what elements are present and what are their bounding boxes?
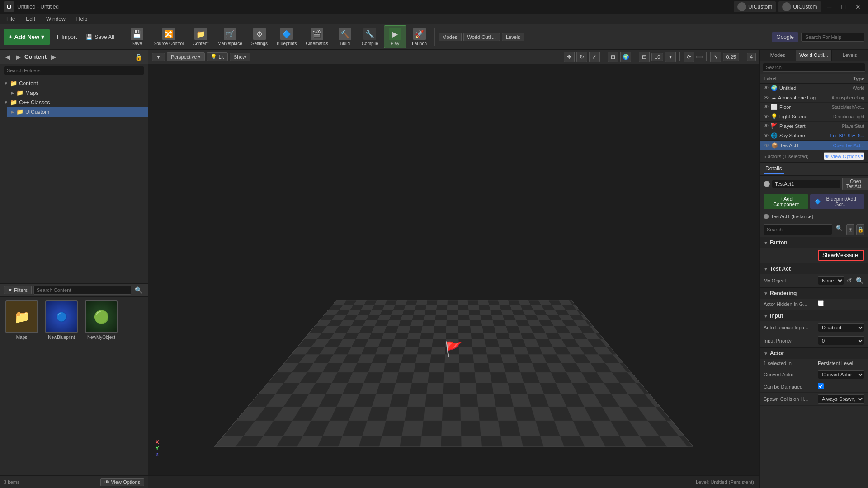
angle-snap-toggle[interactable]: ⟳ [684, 52, 694, 62]
content-item-newblueprint[interactable]: 🔵 NewBlueprint [43, 300, 80, 340]
details-lock-button[interactable]: 🔒 [856, 224, 864, 235]
viewport[interactable]: 🚩 X Y Z [148, 64, 760, 475]
outliner-row-floor[interactable]: 👁 ⬜ Floor StaticMeshAct... [760, 103, 868, 112]
section-button-header[interactable]: ▼ Button [760, 237, 868, 248]
menu-edit[interactable]: Edit [23, 15, 38, 23]
outliner-row-light[interactable]: 👁 💡 Light Source DirectionalLight [760, 112, 868, 122]
section-actor-header[interactable]: ▼ Actor [760, 348, 868, 359]
visibility-icon-floor[interactable]: 👁 [764, 104, 769, 110]
view-options-button-content[interactable]: 👁 View Options [100, 478, 144, 486]
content-lock-button[interactable]: 🔒 [133, 52, 144, 61]
visibility-icon-player[interactable]: 👁 [764, 123, 769, 129]
content-search-input[interactable] [33, 286, 131, 295]
folder-item-maps[interactable]: ▶ 📁 Maps [7, 88, 148, 98]
filters-button[interactable]: ▼ Filters [4, 286, 32, 294]
content-button[interactable]: 📁 Content [189, 26, 212, 48]
tab-modes[interactable]: Modes [760, 50, 796, 61]
outliner-row-testact1[interactable]: 👁 📦 TestAct1 Open TestAct... [760, 141, 868, 150]
visibility-icon-light[interactable]: 👁 [764, 113, 769, 120]
spawn-collision-select[interactable]: Always Spawn, Ignore Collision... [818, 394, 864, 404]
tab-levels[interactable]: Levels [832, 50, 868, 61]
open-testact-outliner-button[interactable]: Open TestAct... [833, 143, 864, 148]
actor-name-input[interactable] [772, 180, 840, 188]
levels-button[interactable]: Levels [502, 33, 524, 41]
folder-item-content[interactable]: ▼ 📁 Content [0, 79, 148, 88]
open-testact-button[interactable]: Open TestAct... [842, 178, 868, 190]
google-button[interactable]: Google [772, 32, 798, 42]
save-toolbar-button[interactable]: 💾 Save [126, 26, 148, 48]
input-priority-select[interactable]: 0 [818, 336, 864, 345]
settings-button[interactable]: ⚙ Settings [248, 26, 271, 48]
modes-button[interactable]: Modes [439, 33, 462, 41]
world-local-toggle[interactable]: 🌍 [620, 52, 631, 62]
source-control-button[interactable]: 🔀 Source Control [150, 26, 188, 48]
outliner-row-untitled[interactable]: 👁 🌍 Untitled World [760, 84, 868, 93]
world-outliner-button[interactable]: World Outli... [463, 33, 500, 41]
visibility-icon-sky[interactable]: 👁 [764, 132, 769, 139]
auto-receive-select[interactable]: Disabled [818, 323, 864, 332]
menu-window[interactable]: Window [43, 15, 68, 23]
marketplace-button[interactable]: 🛒 Marketplace [214, 26, 245, 48]
rotate-tool[interactable]: ↻ [576, 52, 587, 62]
outliner-row-player[interactable]: 👁 🚩 Player Start PlayerStart [760, 122, 868, 131]
outliner-row-atm-fog[interactable]: 👁 ☁ Atmospheric Fog AtmosphericFog [760, 93, 868, 103]
my-object-select[interactable]: None [818, 276, 844, 285]
tab-world-outliner[interactable]: World Outli... [796, 50, 832, 61]
section-test-act-header[interactable]: ▼ Test Act [760, 263, 868, 274]
my-object-browse[interactable]: 🔍 [855, 277, 864, 284]
viewport-options-button[interactable]: ▼ [152, 53, 165, 61]
show-button[interactable]: Show [230, 53, 250, 61]
back-button[interactable]: ◀ [4, 52, 12, 61]
add-component-button[interactable]: + Add Component [764, 194, 808, 209]
details-tab[interactable]: Details [764, 164, 784, 174]
maximize-button[interactable]: □ [838, 2, 849, 11]
blueprints-button[interactable]: 🔷 Blueprints [273, 26, 300, 48]
blueprint-add-script-button[interactable]: 🔷 Blueprint/Add Scr... [810, 194, 864, 209]
scale-tool[interactable]: ⤢ [589, 52, 600, 62]
section-rendering-header[interactable]: ▼ Rendering [760, 288, 868, 299]
showmessage-input[interactable]: ShowMessage [818, 250, 864, 261]
grid-snap-toggle[interactable]: ⊟ [639, 52, 650, 62]
content-expand-button[interactable]: ▶ [49, 52, 58, 61]
compile-button[interactable]: 🔧 Compile [358, 26, 382, 48]
can-be-damaged-checkbox[interactable] [818, 383, 824, 389]
lit-button[interactable]: 💡 Lit [207, 52, 228, 61]
build-button[interactable]: 🔨 Build [334, 26, 356, 48]
launch-button[interactable]: 🚀 Launch [408, 26, 431, 48]
forward-button[interactable]: ▶ [14, 52, 23, 61]
visibility-icon-atm-fog[interactable]: 👁 [764, 94, 769, 101]
cinematics-button[interactable]: 🎬 Cinematics [302, 26, 331, 48]
visibility-icon-untitled[interactable]: 👁 [764, 85, 769, 91]
content-item-newmyobject[interactable]: 🟢 NewMyObject [83, 300, 119, 340]
details-search-input[interactable] [764, 224, 832, 235]
outliner-search-input[interactable] [763, 63, 865, 72]
minimize-button[interactable]: ─ [824, 2, 835, 11]
folder-item-uicustom[interactable]: ▶ 📁 UICustom [7, 107, 148, 117]
search-for-help-input[interactable] [801, 33, 864, 42]
menu-help[interactable]: Help [74, 15, 90, 23]
play-button[interactable]: ▶ Play [384, 25, 406, 48]
my-object-reset[interactable]: ↺ [846, 277, 853, 284]
save-all-button[interactable]: 💾 Save All [82, 32, 118, 42]
actor-hidden-checkbox[interactable] [818, 300, 824, 306]
add-new-button[interactable]: + Add New ▾ [4, 29, 50, 45]
snap-toggle[interactable]: ⊞ [608, 52, 618, 62]
details-grid-view-button[interactable]: ⊞ [846, 224, 854, 235]
scale-snap-toggle[interactable]: ⤡ [710, 52, 721, 62]
view-options-button-outliner[interactable]: 👁 View Options ▾ [824, 152, 864, 160]
perspective-button[interactable]: Perspective ▾ [167, 52, 205, 61]
convert-actor-select[interactable]: Convert Actor [818, 370, 864, 379]
content-item-maps[interactable]: 📁 Maps [4, 300, 40, 340]
folder-item-cpp[interactable]: ▼ 📁 C++ Classes [0, 98, 148, 107]
content-search-button[interactable]: 🔍 [133, 286, 144, 295]
close-button[interactable]: ✕ [852, 2, 864, 11]
grid-size-chevron[interactable]: ▾ [665, 52, 676, 62]
outliner-row-sky[interactable]: 👁 🌐 Sky Sphere Edit BP_Sky_S... [760, 131, 868, 141]
folder-search-input[interactable] [4, 66, 144, 75]
import-button[interactable]: ⬆ Import [52, 32, 80, 42]
component-testact1-instance[interactable]: TestAct1 (Instance) [764, 213, 864, 220]
section-input-header[interactable]: ▼ Input [760, 310, 868, 321]
visibility-icon-testact1[interactable]: 👁 [764, 142, 769, 149]
translate-tool[interactable]: ✥ [564, 52, 575, 62]
menu-file[interactable]: File [4, 15, 18, 23]
